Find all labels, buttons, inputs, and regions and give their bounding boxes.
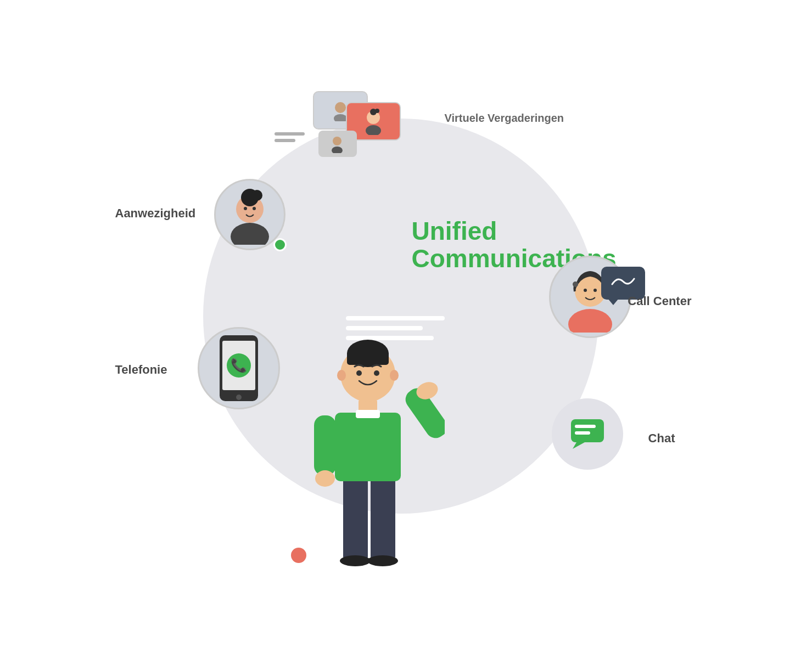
svg-point-7: [332, 147, 343, 153]
svg-point-24: [593, 289, 597, 292]
avatar-icon-3: [328, 134, 347, 153]
aanwezigheid-label: Aanwezigheid: [115, 206, 196, 221]
svg-point-0: [335, 102, 346, 113]
svg-point-1: [334, 114, 347, 121]
chat-circle: [552, 398, 623, 470]
svg-point-21: [573, 281, 578, 287]
svg-rect-27: [575, 431, 590, 435]
svg-point-31: [367, 555, 398, 566]
svg-point-19: [568, 309, 612, 333]
svg-rect-25: [571, 419, 604, 442]
callcenter-label: Call Center: [628, 294, 691, 308]
svg-point-30: [340, 555, 371, 566]
vm-card-small: [318, 131, 357, 157]
virtual-meetings-label: Virtuele Vergaderingen: [445, 110, 564, 126]
svg-rect-28: [343, 473, 368, 561]
aanwezigheid-circle: [214, 179, 285, 250]
orange-dot: [291, 548, 306, 563]
svg-point-42: [356, 370, 362, 376]
svg-rect-41: [347, 351, 389, 365]
telefonie-label: Telefonie: [115, 363, 167, 377]
svg-point-18: [236, 395, 242, 400]
h-line-1: [275, 132, 305, 136]
phone-icon: 📞: [214, 333, 264, 404]
svg-rect-26: [575, 425, 596, 428]
h-line-2: [275, 139, 295, 142]
avatar-icon-2: [360, 108, 387, 135]
svg-rect-32: [335, 413, 401, 481]
svg-point-13: [253, 207, 256, 210]
virtual-meetings-icon: [313, 91, 412, 157]
svg-point-5: [375, 109, 379, 113]
svg-text:📞: 📞: [231, 357, 247, 373]
svg-rect-34: [356, 410, 380, 418]
scene: Virtuele Vergaderingen Unified Communica…: [104, 47, 708, 623]
presence-dot: [273, 238, 287, 251]
aanwezigheid-avatar: [220, 184, 280, 245]
svg-point-36: [315, 470, 335, 487]
svg-point-8: [231, 223, 269, 245]
svg-rect-35: [314, 415, 336, 476]
svg-point-43: [374, 370, 379, 376]
hamburger-lines: [275, 132, 305, 145]
svg-point-45: [390, 370, 399, 381]
chat-icon: [568, 415, 607, 453]
unified-text: Unified: [412, 217, 617, 245]
svg-point-6: [333, 137, 341, 145]
svg-rect-29: [371, 473, 395, 561]
svg-point-3: [366, 125, 381, 135]
person-svg: [291, 314, 445, 588]
svg-point-11: [251, 190, 262, 201]
svg-point-12: [244, 207, 247, 210]
svg-point-44: [337, 370, 346, 381]
telefonie-circle: 📞: [198, 327, 280, 409]
speech-squiggle: [609, 273, 637, 292]
person-illustration: [291, 314, 445, 590]
chat-label: Chat: [648, 431, 675, 446]
svg-point-23: [584, 289, 587, 292]
